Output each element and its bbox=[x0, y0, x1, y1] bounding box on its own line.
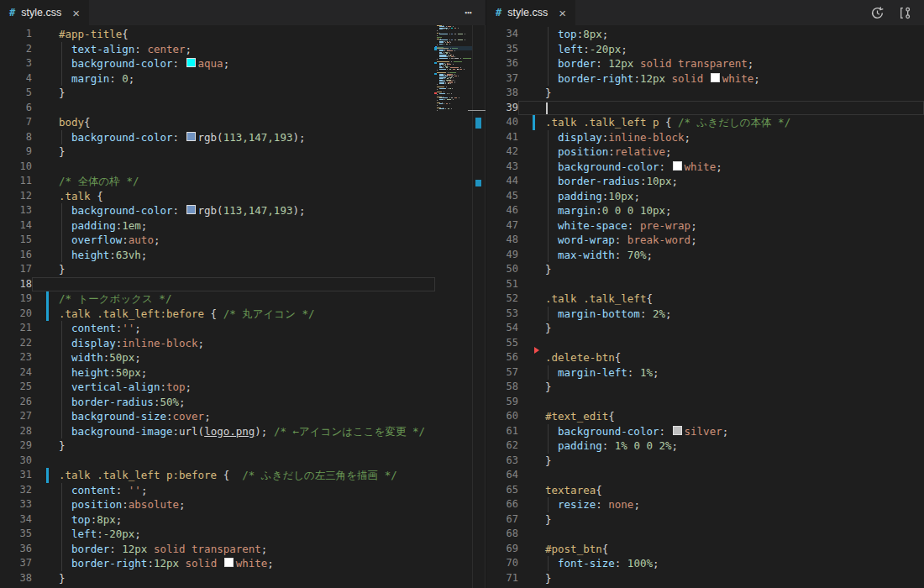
color-swatch[interactable] bbox=[711, 73, 720, 82]
color-swatch[interactable] bbox=[186, 132, 196, 141]
code-line[interactable]: 62 padding: 1% 0 0 2%; bbox=[486, 438, 924, 454]
code-line[interactable]: 57 margin-left: 1%; bbox=[486, 365, 924, 381]
code-line[interactable]: 21 content:''; bbox=[0, 321, 435, 336]
code-line[interactable]: 69#post_btn{ bbox=[486, 542, 924, 557]
code-line[interactable]: 26 border-radius:50%; bbox=[0, 395, 435, 410]
code-line[interactable]: 36 border: 12px solid transparent; bbox=[0, 542, 435, 557]
code-line[interactable]: 12.talk { bbox=[0, 189, 435, 204]
code-line[interactable]: 29} bbox=[0, 438, 435, 454]
code-line[interactable]: 52.talk .talk_left{ bbox=[486, 291, 924, 307]
code-line[interactable]: 22 display:inline-block; bbox=[0, 336, 435, 351]
code-line[interactable]: 25 vertical-align:top; bbox=[0, 380, 435, 395]
code-line[interactable]: 37 border-right:12px solid white; bbox=[0, 556, 435, 571]
code-line[interactable]: 11/* 全体の枠 */ bbox=[0, 174, 435, 189]
code-line[interactable]: 5} bbox=[0, 86, 435, 101]
tab-style-css-left[interactable]: # style.css × bbox=[0, 0, 89, 25]
code-line[interactable]: 65textarea{ bbox=[486, 483, 924, 498]
code-line[interactable]: 50} bbox=[486, 262, 924, 277]
code-line[interactable]: 70 font-size: 100%; bbox=[486, 556, 924, 571]
code-line[interactable]: 31.talk .talk_left p:before { /* ふきだしの左三… bbox=[0, 468, 435, 483]
line-number: 10 bbox=[0, 160, 32, 175]
code-line[interactable]: 27 background-size:cover; bbox=[0, 409, 435, 424]
code-line[interactable]: 58} bbox=[486, 380, 924, 395]
color-swatch[interactable] bbox=[673, 161, 682, 171]
code-line[interactable]: 3 background-color: aqua; bbox=[0, 56, 435, 71]
code-line[interactable]: 51 bbox=[486, 277, 924, 292]
history-icon[interactable] bbox=[870, 6, 885, 20]
code-line[interactable]: 14 padding:1em; bbox=[0, 218, 435, 234]
code-line[interactable]: 19/* トークボックス */ bbox=[0, 291, 435, 307]
code-line[interactable]: 42 position:relative; bbox=[486, 144, 924, 160]
code-area-left[interactable]: 1#app-title{2 text-align: center;3 backg… bbox=[0, 25, 435, 588]
tab-style-css-right[interactable]: # style.css × bbox=[486, 0, 575, 25]
code-line[interactable]: 13 background-color: rgb(113,147,193); bbox=[0, 203, 435, 218]
code-line[interactable]: 55 bbox=[486, 336, 924, 351]
scrollbar-overview-ruler[interactable] bbox=[472, 25, 486, 588]
code-line[interactable]: 17} bbox=[0, 262, 435, 277]
code-line[interactable]: 20.talk .talk_left:before { /* 丸アイコン */ bbox=[0, 307, 435, 322]
code-line[interactable]: 38} bbox=[0, 571, 435, 586]
code-line[interactable]: 15 overflow:auto; bbox=[0, 233, 435, 248]
code-line[interactable]: 10 bbox=[0, 160, 435, 175]
code-line[interactable]: 36 border: 12px solid transparent; bbox=[486, 56, 924, 71]
line-number: 34 bbox=[0, 512, 32, 528]
code-line[interactable]: 66 resize: none; bbox=[486, 497, 924, 512]
color-swatch[interactable] bbox=[186, 205, 196, 214]
code-line[interactable]: 4 margin: 0; bbox=[0, 71, 435, 87]
line-number: 40 bbox=[486, 115, 518, 130]
code-line[interactable]: 2 text-align: center; bbox=[0, 42, 435, 57]
code-line[interactable]: 67} bbox=[486, 512, 924, 528]
code-line[interactable]: 45 padding:10px; bbox=[486, 189, 924, 204]
code-line[interactable]: 37 border-right:12px solid white; bbox=[486, 71, 924, 87]
close-icon[interactable]: × bbox=[559, 7, 566, 19]
code-line[interactable]: 8 background-color: rgb(113,147,193); bbox=[0, 130, 435, 145]
code-line[interactable]: 30 bbox=[0, 454, 435, 469]
ruler-modified-marker bbox=[475, 118, 481, 129]
code-line[interactable]: 23 width:50px; bbox=[0, 350, 435, 365]
code-line[interactable]: 64 bbox=[486, 468, 924, 483]
more-actions-icon[interactable]: ⋯ bbox=[465, 5, 474, 20]
code-line[interactable]: 32 content: ''; bbox=[0, 483, 435, 498]
code-line[interactable]: 41 display:inline-block; bbox=[486, 130, 924, 145]
code-line[interactable]: 54} bbox=[486, 321, 924, 336]
code-line[interactable]: 46 margin:0 0 0 10px; bbox=[486, 203, 924, 218]
code-line[interactable]: 48 word-wrap: break-word; bbox=[486, 233, 924, 248]
code-line[interactable]: 35 left:-20px; bbox=[0, 527, 435, 542]
color-swatch[interactable] bbox=[673, 426, 682, 435]
code-line[interactable]: 71} bbox=[486, 571, 924, 586]
code-line[interactable]: 18 bbox=[0, 277, 435, 292]
code-line[interactable]: 1#app-title{ bbox=[0, 27, 435, 42]
code-line[interactable]: 44 border-radius:10px; bbox=[486, 174, 924, 189]
close-icon[interactable]: × bbox=[72, 7, 80, 19]
code-line[interactable]: 39 bbox=[486, 101, 924, 116]
code-line[interactable]: 33 position:absolute; bbox=[0, 497, 435, 512]
code-line[interactable]: 6 bbox=[0, 101, 435, 116]
code-line[interactable]: 68 bbox=[486, 527, 924, 542]
code-line[interactable]: 34 top:8px; bbox=[486, 27, 924, 42]
split-editor-icon[interactable] bbox=[898, 6, 912, 20]
tab-label: style.css bbox=[507, 7, 548, 18]
code-line[interactable]: 9} bbox=[0, 144, 435, 160]
code-line[interactable]: 49 max-width: 70%; bbox=[486, 248, 924, 263]
line-number: 54 bbox=[486, 321, 518, 336]
code-line[interactable]: 7body{ bbox=[0, 115, 435, 130]
code-line[interactable]: 16 height:63vh; bbox=[0, 248, 435, 263]
code-line[interactable]: 63} bbox=[486, 454, 924, 469]
code-line[interactable]: 38} bbox=[486, 86, 924, 101]
code-line[interactable]: 47 white-space: pre-wrap; bbox=[486, 218, 924, 234]
code-line[interactable]: 35 left:-20px; bbox=[486, 42, 924, 57]
code-line[interactable]: 60#text_edit{ bbox=[486, 409, 924, 424]
code-line[interactable]: 40.talk .talk_left p { /* ふきだしの本体 */ bbox=[486, 115, 924, 130]
code-line[interactable]: 53 margin-bottom: 2%; bbox=[486, 307, 924, 322]
color-swatch[interactable] bbox=[186, 58, 196, 67]
code-line[interactable]: 28 background-image:url(logo.png); /* ←ア… bbox=[0, 424, 435, 439]
code-line[interactable]: 61 background-color: silver; bbox=[486, 424, 924, 439]
code-line[interactable]: 24 height:50px; bbox=[0, 365, 435, 381]
code-line[interactable]: 59 bbox=[486, 395, 924, 410]
code-area-right[interactable]: 34 top:8px;35 left:-20px;36 border: 12px… bbox=[486, 25, 924, 588]
code-line[interactable]: 34 top:8px; bbox=[0, 512, 435, 528]
code-line[interactable]: 43 background-color: white; bbox=[486, 160, 924, 175]
code-line[interactable]: 56.delete-btn{ bbox=[486, 350, 924, 365]
color-swatch[interactable] bbox=[224, 558, 234, 567]
minimap[interactable] bbox=[435, 25, 472, 588]
